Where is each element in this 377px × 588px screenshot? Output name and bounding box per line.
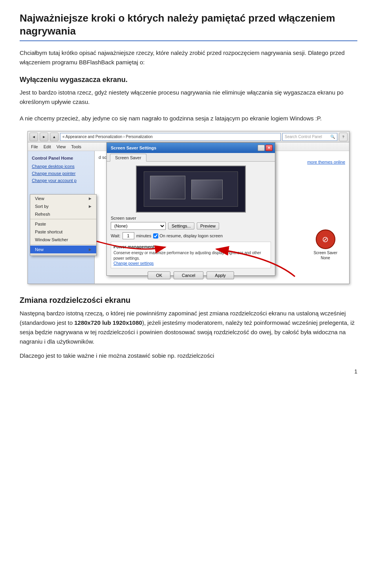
section2-heading: Zmiana rozdzielczości ekranu [20,296,357,305]
section2-text2: Dlaczego jest to takie ważne i nie można… [20,351,357,360]
bold-res1: 1280x720 lub 1920x1080 [74,319,142,326]
screensaver-icon-label: Screen SaverNone [313,250,337,260]
search-box[interactable]: Search Control Panel 🔍 [282,133,337,141]
ctx-refresh[interactable]: Refresh [30,210,96,218]
resume-checkbox[interactable] [153,233,158,238]
resume-checkbox-label: On resume, display logon screen [153,233,223,238]
menu-file[interactable]: File [31,144,38,149]
preview-thumb-2 [191,180,223,199]
ok-button[interactable]: OK [148,271,170,279]
ctx-window-switcher[interactable]: Window Switcher [30,236,96,244]
ctx-sep-3 [30,254,96,255]
dialog-content: Screen saver (None) Settings... Preview … [107,162,275,283]
dialog-title-text: Screen Saver Settings [111,146,156,150]
title-divider [20,40,357,41]
screensaver-controls: (None) Settings... Preview [111,222,271,230]
forward-button[interactable]: ► [40,133,48,141]
screensaver-label: Screen saver [111,216,271,220]
ctx-sep-1 [30,219,96,219]
preview-button[interactable]: Preview [197,222,219,229]
page-title: Najważniejsze kroki o których należy pam… [20,12,357,37]
address-breadcrumb[interactable]: « Appearance and Personalization › Perso… [60,133,281,141]
back-button[interactable]: ◄ [29,133,38,141]
ctx-view[interactable]: View ▶ [30,195,96,202]
resume-label-text: On resume, display logon screen [159,233,223,238]
page-number: 1 [20,368,357,375]
wait-input[interactable] [123,232,134,239]
screensaver-icon-area: ⊘ Screen SaverNone [313,229,337,260]
preview-thumb-1 [150,176,185,199]
screensaver-icon: ⊘ [316,229,335,249]
windows-screenshot: ◄ ► ▲ « Appearance and Personalization ›… [27,131,350,284]
screenshot-container: ◄ ► ▲ « Appearance and Personalization ›… [20,131,357,284]
section1-heading: Wyłączeniu wygaszacza ekranu. [20,76,357,84]
section2-text1: Następną bardzo istotną rzeczą, o której… [20,309,357,346]
ctx-paste-shortcut[interactable]: Paste shortcut [30,228,96,236]
wait-unit: minutes [136,233,152,238]
power-text: Conserve energy or maximize performance … [113,250,268,261]
ctx-view-arrow: ▶ [89,197,92,200]
dialog-close-btn[interactable]: ✕ [265,145,273,151]
help-button[interactable]: ? [339,133,348,141]
up-button[interactable]: ▲ [50,133,59,141]
wait-label: Wait: [111,233,121,238]
dialog-tab-screensaver[interactable]: Screen Saver [110,154,146,162]
wait-row: Wait: minutes On resume, display logon s… [111,232,271,239]
sidebar-link-2[interactable]: Change mouse pointer [28,170,94,177]
dialog-titlebar: Screen Saver Settings _ ✕ [107,143,275,153]
screensaver-select[interactable]: (None) [111,222,166,230]
menu-view[interactable]: View [57,144,66,149]
preview-inner [144,171,238,207]
sidebar-link-1[interactable]: Change desktop icons [28,163,94,170]
power-management-section: Power management Conserve energy or maxi… [111,242,271,268]
change-power-link[interactable]: Change power settings [113,261,268,266]
ctx-paste-label: Paste [35,222,46,226]
search-placeholder: Search Control Panel [285,135,322,139]
intro-paragraph: Chciałbym tutaj krótko opisać najważniej… [20,48,357,67]
apply-button[interactable]: Apply [207,271,234,279]
search-icon: 🔍 [330,135,335,139]
dialog-minimize-btn[interactable]: _ [258,145,265,151]
screensaver-dialog: Screen Saver Settings _ ✕ Screen Saver [106,142,275,276]
menu-edit[interactable]: Edit [44,144,51,149]
ctx-window-switcher-label: Window Switcher [35,237,68,242]
menu-tools[interactable]: Tools [71,144,81,149]
ctx-new[interactable]: New ▶ [30,246,96,253]
sidebar-title: Control Panel Home [28,154,94,163]
cancel-button[interactable]: Cancel [174,271,203,279]
screensaver-icon-symbol: ⊘ [322,235,329,244]
control-panel-sidebar: Control Panel Home Change desktop icons … [28,151,95,284]
section1-text1: Jest to bardzo istotna rzecz, gdyż niest… [20,88,357,107]
ctx-new-arrow: ▶ [89,248,92,251]
section1-text2: A nie chcemy przecież, aby jedyne co się… [20,114,357,123]
breadcrumb-text: « Appearance and Personalization › Perso… [62,135,153,139]
preview-area [136,166,246,213]
ctx-sort-label: Sort by [35,204,49,209]
ctx-sort-by[interactable]: Sort by ▶ [30,202,96,210]
power-title: Power management [113,244,268,249]
dialog-tabs: Screen Saver [107,153,275,162]
address-bar: ◄ ► ▲ « Appearance and Personalization ›… [28,131,349,142]
ctx-paste[interactable]: Paste [30,220,96,228]
ctx-refresh-label: Refresh [35,212,50,217]
ctx-paste-shortcut-label: Paste shortcut [35,229,62,234]
sidebar-link-3[interactable]: Change your account p [28,177,94,184]
ctx-sep-2 [30,244,96,245]
ctx-view-label: View [35,196,44,201]
dialog-buttons: OK Cancel Apply [111,271,271,279]
ctx-new-label: New [35,247,44,252]
context-menu: View ▶ Sort by ▶ Refresh Paste [30,194,97,256]
ctx-sort-arrow: ▶ [89,204,92,208]
settings-button[interactable]: Settings... [168,222,194,229]
